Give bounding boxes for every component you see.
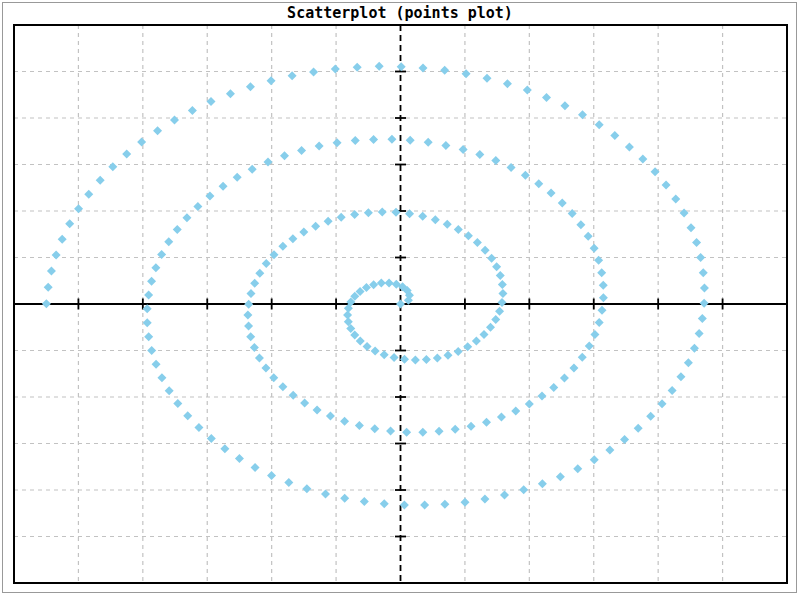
data-point-marker [151, 263, 160, 272]
data-point-marker [700, 299, 709, 308]
data-point-marker [233, 173, 242, 182]
data-point-marker [392, 208, 401, 217]
data-point-marker [671, 194, 680, 203]
data-point-marker [183, 411, 192, 420]
data-point-marker [480, 495, 489, 504]
data-point-marker [700, 283, 709, 292]
data-point-marker [519, 485, 528, 494]
data-point-marker [246, 289, 255, 298]
data-point-marker [497, 298, 506, 307]
data-point-marker [560, 101, 569, 110]
data-point-marker [371, 347, 380, 356]
data-point-marker [523, 86, 532, 95]
data-point-marker [157, 373, 166, 382]
data-point-marker [680, 209, 689, 218]
data-point-marker [324, 217, 333, 226]
data-point-marker [424, 138, 433, 147]
data-point-marker [460, 498, 469, 507]
data-point-marker [340, 494, 349, 503]
data-point-marker [684, 358, 693, 367]
data-point-marker [250, 279, 259, 288]
data-point-marker [695, 329, 704, 338]
data-point-marker [542, 93, 551, 102]
data-point-marker [435, 427, 444, 436]
data-point-marker [207, 97, 216, 106]
data-point-marker [595, 120, 604, 129]
data-point-marker [585, 342, 594, 351]
data-point-marker [144, 290, 153, 299]
data-point-marker [377, 279, 386, 288]
data-point-marker [144, 332, 153, 341]
data-point-marker [262, 259, 271, 268]
data-point-marker [690, 344, 699, 353]
data-point-marker [340, 417, 349, 426]
data-point-marker [278, 382, 287, 391]
data-point-marker [288, 234, 297, 243]
data-point-marker [521, 171, 530, 180]
data-point-marker [355, 421, 364, 430]
data-point-marker [480, 330, 489, 339]
data-point-marker [433, 353, 442, 362]
data-point-marker [538, 392, 547, 401]
data-point-marker [173, 225, 182, 234]
data-point-marker [331, 64, 340, 73]
data-point-marker [464, 231, 473, 240]
data-point-marker [576, 220, 585, 229]
data-point-marker [651, 167, 660, 176]
data-point-marker [302, 484, 311, 493]
data-point-marker [289, 391, 298, 400]
data-point-marker [569, 363, 578, 372]
data-point-marker [482, 418, 491, 427]
data-point-marker [503, 79, 512, 88]
data-point-marker [406, 136, 415, 145]
data-point-marker [58, 235, 67, 244]
data-point-marker [625, 142, 634, 151]
data-point-marker [495, 307, 504, 316]
data-point-marker [472, 337, 481, 346]
data-point-marker [467, 422, 476, 431]
data-point-marker [573, 464, 582, 473]
data-point-marker [147, 277, 156, 286]
data-point-marker [251, 463, 260, 472]
data-point-marker [492, 262, 501, 271]
data-point-marker [42, 299, 51, 308]
data-point-marker [698, 314, 707, 323]
data-point-marker [538, 479, 547, 488]
data-point-marker [297, 146, 306, 155]
data-point-marker [380, 350, 389, 359]
data-point-marker [431, 215, 440, 224]
data-point-marker [74, 204, 83, 213]
data-point-marker [207, 434, 216, 443]
data-point-marker [147, 346, 156, 355]
data-point-marker [96, 176, 105, 185]
data-point-marker [243, 311, 252, 320]
data-point-marker [610, 131, 619, 140]
data-point-marker [511, 406, 520, 415]
data-point-marker [375, 62, 384, 71]
data-point-marker [459, 145, 468, 154]
data-point-marker [108, 162, 117, 171]
data-point-marker [491, 315, 500, 324]
data-point-marker [440, 500, 449, 509]
data-point-marker [370, 424, 379, 433]
data-point-marker [419, 63, 428, 72]
data-point-marker [267, 471, 276, 480]
data-point-marker [280, 151, 289, 160]
data-point-marker [599, 281, 608, 290]
data-point-marker [193, 202, 202, 211]
data-point-marker [246, 82, 255, 91]
data-point-marker [549, 383, 558, 392]
data-point-marker [646, 412, 655, 421]
data-point-marker [182, 213, 191, 222]
data-point-marker [634, 424, 643, 433]
data-point-marker [65, 219, 74, 228]
data-point-marker [337, 213, 346, 222]
data-point-marker [351, 136, 360, 145]
data-point-marker [333, 138, 342, 147]
data-point-marker [402, 428, 411, 437]
data-point-marker [397, 62, 406, 71]
data-point-marker [152, 360, 161, 369]
data-point-marker [605, 446, 614, 455]
data-point-marker [556, 472, 565, 481]
data-point-marker [164, 237, 173, 246]
